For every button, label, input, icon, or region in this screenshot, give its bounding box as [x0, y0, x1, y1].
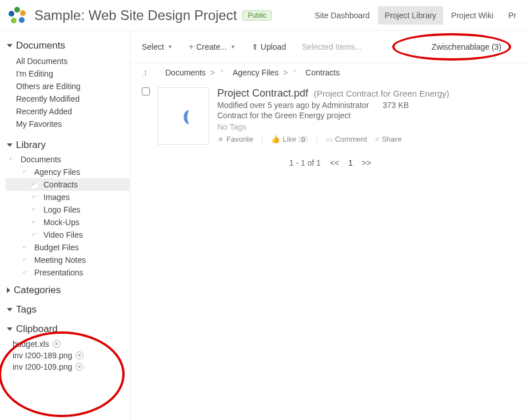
main-content: Select ▼ + Create... ▼ ⬆ Upload Selected…	[130, 31, 530, 420]
page-current[interactable]: 1	[348, 158, 353, 167]
row-checkbox[interactable]	[142, 87, 150, 95]
tree-item-budget-files[interactable]: Budget Files	[6, 241, 130, 254]
folder-icon	[22, 243, 31, 251]
sidebar-section-label: Library	[16, 139, 46, 151]
page-next[interactable]: >>	[362, 158, 371, 167]
plus-icon: +	[189, 42, 194, 52]
svg-point-0	[14, 7, 20, 13]
tree-item-logo-files[interactable]: Logo Files	[6, 203, 130, 216]
page-range: 1 - 1 of 1	[289, 158, 321, 167]
up-level-icon[interactable]: ⮥	[142, 69, 148, 76]
svg-point-5	[15, 14, 19, 17]
clipboard-item-label: budget.xls	[13, 339, 49, 349]
sidebar-section-label: Categories	[14, 285, 61, 296]
create-button[interactable]: + Create... ▼	[189, 42, 236, 52]
nav-site-dashboard[interactable]: Site Dashboard	[308, 6, 377, 25]
sidebar-section-clipboard[interactable]: Clipboard	[0, 321, 130, 337]
sidebar: Documents All Documents I'm Editing Othe…	[0, 31, 130, 420]
nav-project-wiki[interactable]: Project Wiki	[444, 6, 500, 25]
pagination: 1 - 1 of 1 << 1 >>	[130, 150, 530, 175]
document-tags: No Tags	[217, 122, 519, 131]
breadcrumb: ⮥ Documents > 📁 Agency Files > 📁 Contrac…	[130, 63, 530, 82]
header-nav: Site Dashboard Project Library Project W…	[308, 6, 523, 25]
breadcrumb-current[interactable]: Contracts	[305, 68, 340, 77]
upload-button[interactable]: ⬆ Upload	[252, 42, 286, 51]
sidebar-item-others-editing[interactable]: Others are Editing	[0, 80, 130, 93]
tree-item-agency-files[interactable]: Agency Files	[6, 166, 130, 178]
folder-icon	[8, 155, 17, 163]
folder-icon	[22, 256, 31, 264]
folder-icon: 📁	[292, 69, 301, 77]
like-count: 0	[298, 136, 308, 143]
app-logo[interactable]	[7, 5, 27, 26]
sidebar-section-label: Clipboard	[16, 323, 58, 335]
sidebar-section-documents[interactable]: Documents	[0, 38, 130, 54]
breadcrumb-link[interactable]: Documents	[165, 68, 206, 77]
folder-icon	[31, 231, 40, 239]
chevron-down-icon	[7, 44, 13, 47]
document-subtitle: (Project Contract for Green Energy)	[314, 89, 449, 98]
svg-point-4	[9, 11, 14, 17]
document-title[interactable]: Project Contract.pdf	[217, 87, 308, 99]
breadcrumb-link[interactable]: Agency Files	[233, 68, 278, 77]
tree-item-images[interactable]: Images	[6, 191, 130, 203]
upload-icon: ⬆	[252, 42, 258, 51]
comment-icon: ▭	[326, 135, 333, 143]
nav-cutoff[interactable]: Pr	[501, 6, 523, 25]
thumbs-up-icon: 👍	[271, 135, 280, 143]
tree-item-meeting-notes[interactable]: Meeting Notes	[6, 254, 130, 266]
sidebar-item-im-editing[interactable]: I'm Editing	[0, 67, 130, 80]
clipboard-item-label: inv I200-109.png	[13, 362, 72, 371]
clipboard-button[interactable]: Zwischenablage (3)	[415, 39, 519, 55]
sidebar-section-library[interactable]: Library	[0, 137, 130, 153]
tree-item-presentations[interactable]: Presentations	[6, 266, 130, 279]
tree-item-contracts[interactable]: Contracts	[6, 178, 130, 191]
sidebar-item-recently-added[interactable]: Recently Added	[0, 105, 130, 118]
sidebar-section-label: Documents	[16, 40, 65, 51]
chevron-down-icon	[7, 327, 13, 331]
clipboard-item[interactable]: inv I200-109.png ✕	[0, 361, 130, 373]
select-button[interactable]: Select ▼	[142, 42, 173, 51]
sidebar-item-my-favorites[interactable]: My Favorites	[0, 118, 130, 130]
selected-items-button[interactable]: Selected Items...	[302, 42, 361, 51]
folder-icon: 📁	[220, 69, 228, 77]
star-icon: ★	[217, 135, 224, 143]
remove-icon[interactable]: ✕	[75, 363, 83, 371]
folder-icon	[31, 218, 40, 226]
share-icon: <	[375, 135, 380, 143]
like-button[interactable]: 👍 Like 0	[271, 135, 308, 143]
sidebar-section-tags[interactable]: Tags	[0, 302, 130, 318]
nav-project-library[interactable]: Project Library	[378, 6, 443, 25]
svg-point-2	[19, 17, 25, 23]
sidebar-section-label: Tags	[16, 304, 37, 315]
remove-icon[interactable]: ✕	[53, 340, 61, 348]
document-modified: Modified over 5 years ago by Administrat…	[217, 101, 369, 110]
favorite-button[interactable]: ★ Favorite	[217, 135, 253, 143]
sidebar-section-categories[interactable]: Categories	[0, 282, 130, 298]
tree-item-video-files[interactable]: Video Files	[6, 229, 130, 241]
share-button[interactable]: < Share	[375, 135, 401, 143]
folder-icon	[31, 206, 40, 214]
svg-point-1	[20, 10, 26, 16]
document-size: 373 KB	[382, 101, 409, 110]
folder-icon	[22, 269, 31, 277]
chevron-down-icon	[7, 143, 13, 147]
comment-button[interactable]: ▭ Comment	[326, 135, 367, 143]
document-description: Contract for the Green Energy project	[217, 111, 519, 120]
sidebar-item-all-documents[interactable]: All Documents	[0, 55, 130, 67]
remove-icon[interactable]: ✕	[75, 351, 83, 359]
document-row: ⦅⦅⦅ Project Contract.pdf (Project Contra…	[130, 82, 530, 150]
tree-root-documents[interactable]: Documents	[6, 153, 130, 166]
folder-icon	[31, 181, 40, 189]
page-prev[interactable]: <<	[330, 158, 339, 167]
clipboard-item[interactable]: budget.xls ✕	[0, 338, 130, 350]
caret-down-icon: ▼	[168, 44, 173, 50]
document-thumbnail[interactable]: ⦅⦅⦅	[158, 87, 209, 145]
sidebar-item-recently-modified[interactable]: Recently Modified	[0, 93, 130, 105]
tree-item-mock-ups[interactable]: Mock-Ups	[6, 216, 130, 229]
chevron-down-icon	[7, 308, 13, 311]
page-title: Sample: Web Site Design Project	[34, 7, 237, 23]
clipboard-item[interactable]: inv I200-189.png ✕	[0, 350, 130, 361]
folder-icon	[31, 193, 40, 201]
visibility-badge: Public	[242, 10, 272, 21]
